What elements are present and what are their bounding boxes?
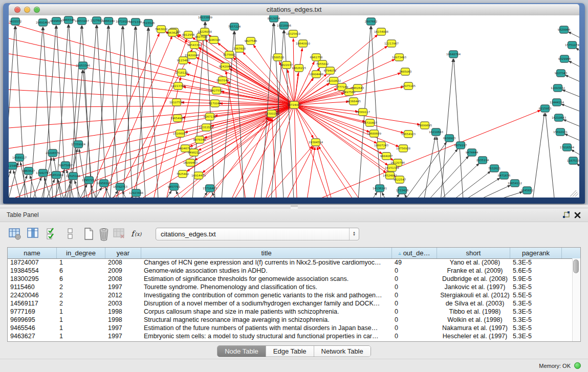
- graph-node[interactable]: 16648784: [446, 51, 461, 58]
- graph-node[interactable]: 2718120: [176, 69, 188, 76]
- canvas-resize-grip[interactable]: [570, 190, 578, 196]
- table-row[interactable]: 2242004622012Investigating the contribut…: [8, 291, 580, 299]
- unselect-rows-button[interactable]: [62, 226, 78, 242]
- graph-node[interactable]: 2687682: [365, 18, 378, 25]
- column-header-name[interactable]: name: [8, 248, 57, 258]
- graph-node[interactable]: 16210643: [552, 114, 566, 121]
- graph-node[interactable]: 1167533: [567, 157, 579, 164]
- graph-node[interactable]: 8427552: [210, 87, 223, 94]
- graph-node[interactable]: 14136141: [373, 185, 387, 192]
- table-row[interactable]: 977716911998Corpus callosum shape and si…: [8, 308, 580, 316]
- table-row[interactable]: 946554611997Estimation of the future num…: [8, 324, 580, 332]
- graph-node[interactable]: 6794072: [324, 67, 337, 74]
- graph-node[interactable]: 9463627: [23, 167, 35, 174]
- delete-column-button[interactable]: [112, 226, 127, 242]
- network-canvas[interactable]: 1872400718325419186409106961758795581216…: [9, 15, 579, 198]
- graph-node[interactable]: 8912954: [182, 31, 195, 38]
- graph-node[interactable]: 9498222: [188, 149, 201, 156]
- graph-node[interactable]: 16210643: [429, 128, 443, 136]
- graph-node[interactable]: 16914479: [191, 172, 206, 179]
- column-header-title[interactable]: title: [141, 248, 392, 258]
- graph-node[interactable]: 9245652: [521, 187, 534, 194]
- graph-node[interactable]: 13213394: [171, 82, 185, 90]
- graph-node[interactable]: 9457791: [168, 183, 181, 190]
- network-window-titlebar[interactable]: citations_edges.txt: [9, 4, 579, 16]
- citation-network-graph[interactable]: 1872400718325419186409106961758795581216…: [9, 15, 579, 198]
- graph-node[interactable]: 8938923: [443, 135, 456, 142]
- graph-node[interactable]: 20366445: [346, 98, 361, 105]
- graph-node[interactable]: 12213967: [384, 40, 399, 47]
- graph-node[interactable]: 12444154: [550, 99, 564, 106]
- graph-node[interactable]: 9115460: [9, 162, 19, 169]
- graph-node[interactable]: 9474444: [466, 149, 478, 156]
- function-builder-button[interactable]: f (x): [130, 226, 145, 242]
- graph-node[interactable]: 19218986: [277, 22, 291, 29]
- graph-node[interactable]: 9465546: [62, 16, 75, 24]
- graph-node[interactable]: 9827546: [245, 37, 257, 45]
- graph-node[interactable]: 7515526: [142, 19, 155, 27]
- graph-node[interactable]: 9884067: [380, 152, 393, 160]
- close-panel-button[interactable]: [572, 210, 583, 220]
- graph-node[interactable]: 9466140: [102, 17, 115, 25]
- table-row[interactable]: 911546021997Tourette syndrome. Phenomeno…: [8, 283, 580, 291]
- table-row[interactable]: 969969511998Structural magnetic resonanc…: [8, 316, 580, 324]
- panel-splitter[interactable]: [0, 205, 588, 208]
- column-header-pagerank[interactable]: pagerank: [510, 248, 562, 258]
- tab-network-table[interactable]: Network Table: [314, 346, 371, 357]
- graph-node[interactable]: 19654985: [170, 115, 185, 122]
- table-row[interactable]: 1830029562008Estimation of significance …: [8, 275, 580, 283]
- tab-node-table[interactable]: Node Table: [217, 346, 266, 357]
- column-select-button[interactable]: [26, 226, 41, 242]
- graph-node[interactable]: 6961758: [310, 54, 323, 61]
- graph-node[interactable]: 4522547: [394, 176, 406, 183]
- graph-node[interactable]: 9435572: [9, 18, 22, 25]
- graph-node[interactable]: 9699695: [50, 17, 63, 25]
- graph-node[interactable]: 7632621: [488, 165, 501, 172]
- network-view-window[interactable]: citations_edges.txt 18724007183254191864…: [3, 3, 585, 204]
- column-header-in_degree[interactable]: in_degree: [57, 248, 105, 258]
- graph-node[interactable]: 10107552: [169, 99, 184, 106]
- graph-node[interactable]: 15720407: [363, 119, 377, 126]
- graph-node[interactable]: 10899695: [418, 122, 432, 129]
- table-select-dropdown[interactable]: citations_edges.txt ▲▼: [156, 228, 359, 240]
- graph-node[interactable]: 8878344: [193, 136, 206, 143]
- graph-node[interactable]: 17016504: [560, 144, 574, 151]
- graph-node[interactable]: 7462643: [352, 84, 364, 92]
- graph-node[interactable]: 20206576: [46, 149, 60, 157]
- graph-node[interactable]: 8215953: [539, 105, 552, 112]
- graph-node[interactable]: 18640910: [296, 40, 310, 47]
- tab-edge-table[interactable]: Edge Table: [266, 346, 314, 357]
- graph-node[interactable]: 19384554: [309, 139, 323, 146]
- graph-node[interactable]: 10688609: [367, 130, 381, 137]
- graph-node[interactable]: 7463822: [155, 26, 168, 33]
- graph-node[interactable]: 16154808: [374, 28, 388, 35]
- graph-node[interactable]: 1588520: [272, 54, 285, 61]
- graph-node[interactable]: 10653287: [75, 17, 89, 25]
- graph-node[interactable]: 9822037: [280, 61, 293, 69]
- float-panel-button[interactable]: [560, 210, 572, 220]
- graph-node[interactable]: 12923448: [129, 189, 143, 196]
- table-row[interactable]: 1872400712008Changes of HCN gene express…: [8, 258, 580, 267]
- graph-node[interactable]: 19904448: [309, 71, 323, 78]
- graph-node[interactable]: 8471676: [498, 172, 511, 179]
- select-rows-button[interactable]: [44, 226, 59, 242]
- new-table-button[interactable]: [81, 226, 96, 242]
- graph-node[interactable]: 12505185: [66, 172, 80, 180]
- table-row[interactable]: 1456911722003Disruption of a novel membe…: [8, 299, 580, 308]
- table-row[interactable]: 1938455462009Genome-wide association stu…: [8, 267, 580, 275]
- graph-node[interactable]: 2367608: [233, 45, 246, 52]
- graph-node[interactable]: 19756928: [396, 145, 410, 152]
- column-header-out_de[interactable]: ▵out_de…: [392, 248, 437, 258]
- table-scrollbar[interactable]: [572, 258, 580, 341]
- graph-node[interactable]: 12093832: [551, 84, 565, 92]
- graph-node[interactable]: 14569117: [12, 154, 27, 161]
- table-row[interactable]: 946362711997Embryonic stem cells: a mode…: [8, 332, 580, 340]
- graph-node[interactable]: 19654923: [401, 130, 416, 138]
- column-header-year[interactable]: year: [105, 248, 141, 258]
- graph-node[interactable]: 16033809: [198, 15, 212, 21]
- graph-node[interactable]: 7955812: [316, 60, 329, 68]
- graph-node[interactable]: 8186328: [208, 36, 221, 43]
- graph-node[interactable]: 14569117: [356, 108, 370, 116]
- graph-node[interactable]: 9227343: [555, 70, 568, 77]
- graph-node[interactable]: 1733426: [396, 187, 409, 194]
